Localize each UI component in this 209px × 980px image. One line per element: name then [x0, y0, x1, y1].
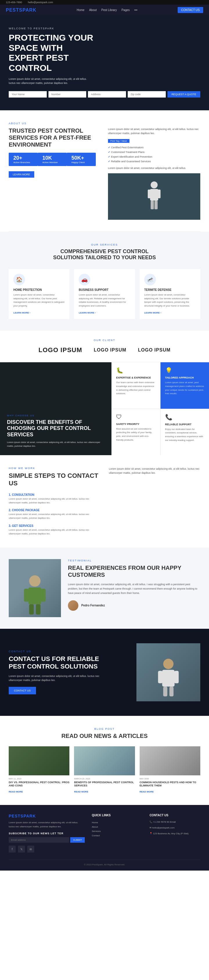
why-card-icon-0: 🐛 [116, 367, 156, 374]
top-bar: 123-456-7890 hello@pestspark.com [0, 0, 209, 5]
newsletter-input[interactable] [9, 837, 69, 843]
social-icon-f[interactable]: f [9, 846, 16, 853]
footer-links-title: QUICK LINKS [92, 814, 142, 817]
service-link-0[interactable]: LEARN MORE › [13, 312, 30, 314]
newsletter-submit-button[interactable]: SUBMIT [70, 837, 85, 843]
about-tag: Pest Tag / Value [108, 139, 129, 143]
hero-number-input[interactable] [48, 91, 86, 97]
service-icon-1: 🚗 [79, 274, 90, 285]
stat-label: Happy Client [72, 161, 91, 164]
hero-zip-input[interactable] [128, 91, 166, 97]
stat-label: Active Branches [13, 161, 33, 164]
footer-copyright: © 2023 PestSpark. All Rights Reserved. [84, 863, 125, 866]
footer-link-item[interactable]: About [92, 825, 142, 829]
hero-section: WELCOME TO PESTSPARK PROTECTING YOUR SPA… [0, 15, 209, 110]
worker-illustration [142, 179, 166, 214]
blog-card-2: MAY 3006 COMMON HOUSEHOLD PESTS AND HOW … [140, 746, 200, 793]
footer-contact-items: 📞 +1 234 5678 90 Email✉ hello@pestspark.… [150, 820, 200, 835]
blog-card-1: MARCH 20, 2023 BENEFITS OF PROFESSIONAL … [74, 746, 135, 793]
stat-box-1: 10KActive Member [38, 153, 67, 166]
step-0: 1. CONSULTATION Lorem ipsum dolor sit am… [9, 493, 100, 505]
svg-rect-9 [41, 589, 46, 601]
blog-post-title-0: DIY VS. PROFESSIONAL PEST CONTROL: PROS … [9, 781, 69, 788]
nav-link-pages[interactable]: Pages [121, 8, 129, 12]
svg-rect-10 [29, 604, 34, 614]
hero-address-input[interactable] [88, 91, 126, 97]
footer-company-text: Lorem ipsum dolor sit amet, consectetur … [9, 821, 85, 829]
nav-link-home[interactable]: Home [77, 8, 85, 12]
footer-contact-title: CONTACT US [150, 814, 200, 817]
blog-read-link-0[interactable]: READ MORE [9, 791, 23, 793]
footer-link-item[interactable]: Contact [92, 834, 142, 838]
about-learn-more-button[interactable]: LEARN MORE [9, 171, 34, 178]
blog-read-link-1[interactable]: READ MORE [74, 791, 88, 793]
service-link-1[interactable]: LEARN MORE › [79, 312, 96, 314]
service-card-2: 🦟 TERMITE DEFENSE Lorem ipsum dolor sit … [140, 269, 200, 319]
hero-title: PROTECTING YOUR SPACE WITH EXPERT PEST C… [9, 33, 96, 73]
testimonial-right: TESTIMONIAL REAL EXPERIENCES FROM OUR HA… [68, 559, 200, 611]
contact-right [109, 643, 200, 701]
about-section: ABOUT US TRUSTED PEST CONTROL SERVICES F… [0, 110, 209, 231]
contact-button[interactable]: CONTACT US [9, 687, 36, 694]
footer-col-contact: CONTACT US 📞 +1 234 5678 90 Email✉ hello… [150, 814, 200, 853]
check-item: Customized Treatment Plans [108, 150, 200, 154]
testimonial-quote: Lorem ipsum dolor sit amet, consectetur … [68, 582, 200, 596]
newsletter-form: SUBMIT [9, 837, 85, 843]
hero-name-input[interactable] [9, 91, 47, 97]
blog-date-0: MAY 11, 2023 [9, 778, 69, 780]
about-right: Lorem ipsum dolor sit amet, consectetur … [108, 127, 200, 220]
how-label: HOW WE WORK [9, 467, 100, 470]
how-section: HOW WE WORK SIMPLE STEPS TO CONTACT US 1… [0, 455, 209, 547]
stat-num: 50K+ [72, 155, 91, 161]
testimonial-image [9, 559, 61, 617]
why-card-title-0: EXPERTISE & EXPERIENCE [116, 376, 156, 379]
how-right: Lorem ipsum dolor sit amet, consectetur … [109, 467, 200, 536]
why-card-desc-3: Enjoy our dedicated team for consistent,… [165, 428, 205, 442]
footer-link-item[interactable]: Services [92, 829, 142, 834]
footer-links-list: HomeAboutServicesContact [92, 820, 142, 838]
client-logo-2: LOGO IPSUM [138, 347, 171, 353]
blog-img-1 [74, 746, 135, 775]
why-card-3: 📞 RELIABLE SUPPORT Enjoy our dedicated t… [161, 409, 209, 455]
footer-link-item[interactable]: Home [92, 820, 142, 825]
top-phone: 123-456-7890 [6, 1, 22, 4]
stat-num: 10K [42, 155, 62, 161]
services-title: COMPREHENSIVE PEST CONTROL SOLUTIONS TAI… [46, 248, 163, 261]
blog-read-link-2[interactable]: READ MORE [140, 791, 154, 793]
step-desc-0: Lorem ipsum dolor sit amet, consectetur … [9, 497, 100, 505]
svg-rect-2 [148, 189, 151, 198]
svg-point-6 [29, 575, 40, 587]
blog-post-title-2: COMMON HOUSEHOLD PESTS AND HOW TO ELIMIN… [140, 781, 200, 788]
clients-section: OUR CLIENT LOGO IPSUMLOGO IPSUMLOGO IPSU… [0, 331, 209, 362]
svg-rect-4 [151, 200, 154, 209]
social-icon-in[interactable]: in [27, 846, 34, 853]
step-num-2: 3. GET SERVICES [9, 524, 100, 527]
blog-card-0: MAY 11, 2023 DIY VS. PROFESSIONAL PEST C… [9, 746, 69, 793]
stat-num: 20+ [13, 155, 33, 161]
top-email: hello@pestspark.com [28, 1, 53, 4]
service-icon-2: 🦟 [144, 274, 156, 285]
svg-rect-5 [155, 200, 158, 209]
step-num-1: 2. CHOOSE PACKAGE [9, 509, 100, 512]
stats-container: 20+Active Branches10KActive Member50K+Ha… [9, 153, 101, 169]
svg-point-0 [151, 181, 158, 188]
request-quote-button[interactable]: REQUEST A QUOTE [168, 91, 200, 97]
nav-link-about[interactable]: About [89, 8, 97, 12]
service-name-1: BUSINESS SUPPORT [79, 288, 130, 291]
hero-badge: WELCOME TO PESTSPARK [9, 27, 200, 30]
svg-rect-15 [174, 671, 179, 683]
blog-post-title-1: BENEFITS OF PROFESSIONAL PEST CONTROL SE… [74, 781, 135, 788]
service-link-2[interactable]: LEARN MORE › [144, 312, 161, 314]
about-label: ABOUT US [9, 122, 200, 125]
testimonial-title: REAL EXPERIENCES FROM OUR HAPPY CUSTOMER… [68, 564, 200, 578]
about-checklist: Certified Pest ExterminatorsCustomized T… [108, 145, 200, 164]
clients-label: OUR CLIENT [9, 339, 200, 342]
footer-contact-item: ✉ hello@pestspark.com [150, 826, 200, 830]
blog-label: BLOG POST [9, 727, 200, 730]
nav-cta-button[interactable]: CONTACT US [178, 7, 203, 13]
social-icon-t[interactable]: 𝕏 [18, 846, 25, 853]
blog-section: BLOG POST READ OUR NEWS & ARTICLES MAY 1… [0, 716, 209, 805]
nav-link-more[interactable]: ••• [134, 8, 137, 12]
testimonial-section: TESTIMONIAL REAL EXPERIENCES FROM OUR HA… [0, 547, 209, 629]
nav-link-pest-library[interactable]: Pest Library [101, 8, 117, 12]
